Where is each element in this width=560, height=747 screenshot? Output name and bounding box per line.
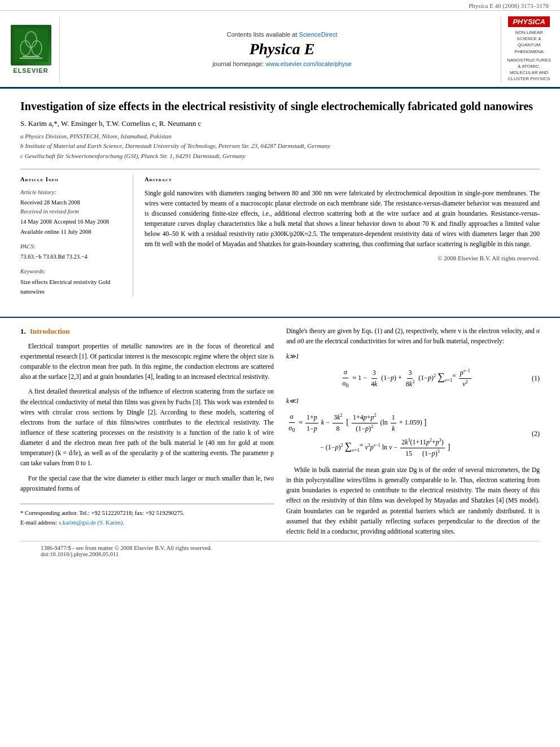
- pacs-label: PACS:: [20, 242, 125, 251]
- abstract-title: Abstract: [145, 175, 540, 184]
- formula2-cond: k≪1: [286, 396, 540, 406]
- affiliation-3: c Gesellschaft für Schwerionenforschung …: [20, 151, 540, 161]
- received-revised-date: 14 May 2008: [20, 219, 52, 225]
- journal-homepage: journal homepage: www.elsevier.com/locat…: [212, 60, 351, 67]
- article-info-title: Article Info: [20, 175, 125, 184]
- formula1-cond: k≫1: [286, 351, 540, 361]
- copyright-footer: 1386-9477/$ - see front matter © 2008 El…: [20, 541, 540, 561]
- formula2-content: σ σ0 ≈ 1+p 1−p k − 3k2: [286, 412, 526, 459]
- elsevier-logo: ELSEVIER: [9, 16, 60, 82]
- journal-header: ELSEVIER Contents lists available at Sci…: [0, 11, 560, 89]
- keywords-label: Keywords:: [20, 267, 125, 276]
- body-col-right: Dingle's theory are given by Eqs. (1) an…: [286, 326, 540, 541]
- pacs2: 73.63.Bd: [43, 254, 65, 260]
- formula1-number: (1): [526, 373, 540, 384]
- footer-doi: doi:10.1016/j.physe.2008.05.011: [41, 551, 519, 557]
- footnote-text: * Corresponding author. Tel.: +92 512220…: [20, 510, 185, 516]
- affiliation-2: b Institute of Material and Earth Scienc…: [20, 141, 540, 151]
- pacs3: 73.23.−4: [66, 254, 87, 260]
- authors: S. Karim a,*, W. Ensinger b, T.W. Cornel…: [20, 119, 540, 128]
- physica-small-text: NON-LINEAR SCIENCE & QUANTUM PHENOMENA N…: [507, 29, 551, 82]
- body-p3: For the special case that the wire diame…: [20, 473, 274, 493]
- footnote-email-label: E-mail address:: [20, 519, 58, 526]
- keywords-section: Keywords: Size effects Electrical resist…: [20, 267, 125, 296]
- col2-p2: While in bulk material the mean grain si…: [286, 465, 540, 536]
- svg-rect-0: [14, 28, 48, 62]
- formula2-block: σ σ0 ≈ 1+p 1−p k − 3k2: [286, 412, 540, 459]
- formula1-block: σ σ0 ≈ 1 − 3 4k (1−p) + 3: [286, 367, 540, 390]
- physica-logo-right: PHYSICA NON-LINEAR SCIENCE & QUANTUM PHE…: [501, 16, 551, 82]
- col2-intro: Dingle's theory are given by Eqs. (1) an…: [286, 326, 540, 346]
- section-1-title: 1. Introduction: [20, 326, 274, 338]
- article-title: Investigation of size effects in the ele…: [20, 99, 540, 113]
- journal-citation: Physica E 40 (2008) 3173–3178: [469, 2, 549, 9]
- affiliation-1: a Physics Division, PINSTECH, Nilore, Is…: [20, 132, 540, 142]
- keyword-2: Electrical resistivity: [49, 279, 97, 285]
- page-wrapper: Physica E 40 (2008) 3173–3178 ELSEVIER C…: [0, 0, 560, 572]
- footnote-email[interactable]: s.karim@gsi.de (S. Karim).: [59, 519, 124, 526]
- journal-center: Contents lists available at ScienceDirec…: [69, 16, 495, 82]
- journal-url[interactable]: www.elsevier.com/locate/physe: [266, 60, 352, 67]
- elsevier-logo-box: [11, 25, 51, 65]
- body-p2: A first detailed theoretical analysis of…: [20, 386, 274, 468]
- pacs-section: PACS: 73.63.−b 73.63.Bd 73.23.−4: [20, 242, 125, 262]
- keyword-1: Size effects: [20, 279, 48, 285]
- abstract-col: Abstract Single gold nanowires with diam…: [145, 175, 540, 296]
- affiliations: a Physics Division, PINSTECH, Nilore, Is…: [20, 132, 540, 161]
- pacs1: 73.63.−b: [20, 254, 41, 260]
- section-label: Introduction: [30, 327, 70, 335]
- available-date: Available online 11 July 2008: [20, 229, 91, 235]
- footer-issn: 1386-9477/$ - see front matter © 2008 El…: [41, 545, 519, 551]
- section-number: 1.: [20, 327, 26, 335]
- article-content: Investigation of size effects in the ele…: [0, 89, 560, 317]
- copyright-line: © 2008 Elsevier B.V. All rights reserved…: [145, 254, 540, 263]
- body-p1: Electrical transport properties of metal…: [20, 341, 274, 382]
- formula1-content: σ σ0 ≈ 1 − 3 4k (1−p) + 3: [286, 367, 526, 390]
- footnote-section: * Corresponding author. Tel.: +92 512220…: [20, 504, 274, 527]
- two-col-body: 1. Introduction Electrical transport pro…: [20, 326, 540, 541]
- article-body: 1. Introduction Electrical transport pro…: [0, 317, 560, 572]
- top-bar: Physica E 40 (2008) 3173–3178: [0, 0, 560, 11]
- sciencedirect-line: Contents lists available at ScienceDirec…: [227, 31, 338, 38]
- received-date: Received 28 March 2008: [20, 199, 80, 206]
- abstract-text: Single gold nanowires with diameters ran…: [145, 188, 540, 250]
- history-label: Article history:: [20, 188, 125, 197]
- sciencedirect-link[interactable]: ScienceDirect: [299, 31, 338, 38]
- received-revised-label: Received in revised form: [20, 207, 125, 216]
- elsevier-text: ELSEVIER: [13, 67, 48, 74]
- accepted-date: Accepted 16 May 2008: [54, 219, 109, 225]
- journal-name: Physica E: [250, 40, 315, 58]
- info-columns: Article Info Article history: Received 2…: [20, 169, 540, 296]
- article-info-col: Article Info Article history: Received 2…: [20, 175, 133, 296]
- formula2-number: (2): [526, 429, 540, 439]
- physica-badge: PHYSICA: [508, 16, 550, 27]
- body-col-left: 1. Introduction Electrical transport pro…: [20, 326, 274, 541]
